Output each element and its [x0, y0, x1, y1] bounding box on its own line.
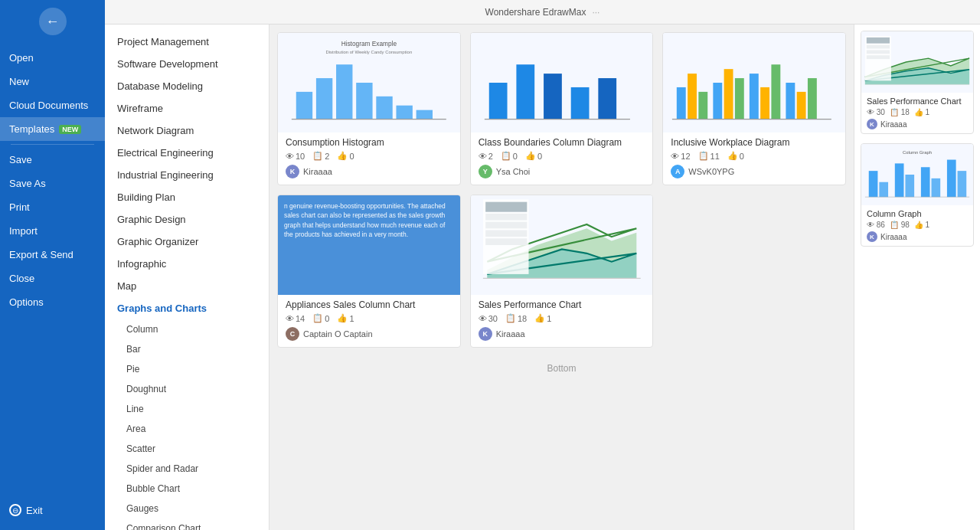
back-button[interactable]: ←	[39, 8, 67, 35]
nav-subitem-pie[interactable]: Pie	[105, 359, 269, 379]
right-card-meta: 👁 86 📋 98 👍 1	[867, 221, 968, 229]
nav-item-electrical-engineering[interactable]: Electrical Engineering	[105, 142, 269, 164]
card-meta: 👁 2 📋 0 👍 0	[479, 151, 645, 161]
svg-rect-48	[867, 55, 890, 59]
author-avatar: K	[286, 165, 299, 178]
sidebar-item-exit[interactable]: ⊖ Exit	[0, 498, 105, 522]
view-count: 👁 2	[479, 152, 493, 161]
svg-rect-24	[772, 64, 781, 119]
sidebar-item-print[interactable]: Print	[0, 195, 105, 219]
right-sales-chart	[861, 31, 973, 93]
sidebar-item-label: Cloud Documents	[9, 100, 88, 111]
svg-rect-55	[931, 178, 940, 197]
card-author: K Kiraaaa	[286, 165, 452, 178]
author-avatar: C	[286, 327, 299, 341]
nav-item-wireframe[interactable]: Wireframe	[105, 97, 269, 119]
app-title: Wondershare EdrawMax	[485, 7, 586, 18]
nav-item-graphs-and-charts[interactable]: Graphs and Charts	[105, 297, 269, 319]
sidebar-item-cloud[interactable]: Cloud Documents	[0, 93, 105, 117]
like-count: 👍 0	[525, 151, 542, 161]
svg-rect-22	[750, 74, 759, 119]
right-card-column-graph[interactable]: Column Graph Column Graph 👁 86 📋 98 👍 1 …	[861, 143, 974, 247]
sidebar-item-label: Close	[9, 273, 34, 284]
nav-item-software-development[interactable]: Software Development	[105, 53, 269, 75]
nav-item-graphic-design[interactable]: Graphic Design	[105, 208, 269, 231]
sidebar-item-options[interactable]: Options	[0, 290, 105, 314]
topbar: Wondershare EdrawMax ···	[105, 0, 980, 25]
right-card-sales-performance[interactable]: Sales Performance Chart 👁 30 📋 18 👍 1 K …	[861, 31, 974, 134]
nav-item-infographic[interactable]: Infographic	[105, 253, 269, 275]
exit-label: Exit	[26, 505, 43, 516]
svg-rect-10	[488, 83, 507, 119]
card-thumbnail	[471, 195, 653, 295]
nav-subitem-column[interactable]: Column	[105, 319, 269, 339]
copy-count: 📋 18	[890, 108, 910, 116]
svg-rect-11	[516, 64, 534, 119]
nav-subitem-bar[interactable]: Bar	[105, 339, 269, 359]
card-meta: 👁 10 📋 2 👍 0	[286, 151, 452, 161]
svg-rect-25	[786, 83, 795, 119]
right-card-meta: 👁 30 📋 18 👍 1	[867, 108, 968, 116]
svg-rect-27	[808, 78, 817, 119]
class-chart	[471, 33, 653, 132]
nav-subitem-bubble-chart[interactable]: Bubble Chart	[105, 479, 269, 499]
template-card-class-boundaries[interactable]: Class Boundaries Column Diagram 👁 2 📋 0 …	[470, 32, 654, 185]
card-thumbnail	[471, 33, 653, 132]
nav-subitem-doughnut[interactable]: Doughnut	[105, 379, 269, 399]
card-author: K Kiraaaa	[479, 327, 645, 341]
svg-rect-5	[356, 83, 372, 119]
svg-rect-53	[905, 175, 914, 197]
template-card-appliances-sales[interactable]: n genuine revenue-boosting opportunities…	[277, 195, 461, 348]
card-title: Inclusive Workplace Diagram	[671, 137, 838, 148]
sidebar-item-label: Export & Send	[9, 249, 74, 260]
card-meta: 👁 12 📋 11 👍 0	[671, 151, 838, 161]
author-avatar: Y	[479, 165, 492, 178]
nav-item-database-modeling[interactable]: Database Modeling	[105, 75, 269, 97]
right-card-thumbnail: Column Graph	[861, 144, 973, 205]
template-card-sales-performance[interactable]: Sales Performance Chart 👁 30 📋 18 👍 1 K …	[470, 195, 654, 348]
nav-subitem-spider-and-radar[interactable]: Spider and Radar	[105, 459, 269, 479]
svg-text:Distribution of Weekly Candy C: Distribution of Weekly Candy Consumption	[325, 50, 412, 54]
sidebar-divider	[11, 144, 95, 145]
nav-subitem-comparison-chart[interactable]: Comparison Chart	[105, 519, 269, 530]
svg-rect-7	[396, 106, 412, 119]
svg-rect-20	[724, 69, 733, 119]
sidebar-item-templates[interactable]: Templates NEW	[0, 117, 105, 141]
nav-subitem-area[interactable]: Area	[105, 419, 269, 439]
svg-rect-17	[688, 74, 697, 119]
card-thumbnail: Histogram Example Distribution of Weekly…	[278, 33, 460, 132]
nav-subitem-scatter[interactable]: Scatter	[105, 439, 269, 459]
template-card-inclusive-workplace[interactable]: Inclusive Workplace Diagram 👁 12 📋 11 👍 …	[662, 32, 846, 185]
right-card-author: K Kiraaaa	[867, 231, 968, 242]
svg-rect-23	[760, 87, 769, 119]
nav-item-project-management[interactable]: Project Management	[105, 31, 269, 53]
svg-rect-4	[336, 64, 352, 119]
sidebar-item-save[interactable]: Save	[0, 148, 105, 172]
nav-subitem-gauges[interactable]: Gauges	[105, 499, 269, 519]
author-avatar: K	[867, 119, 877, 129]
sidebar-item-label: Open	[9, 52, 34, 64]
template-card-consumption-histogram[interactable]: Histogram Example Distribution of Weekly…	[277, 32, 461, 185]
sidebar-item-save-as[interactable]: Save As	[0, 172, 105, 195]
nav-item-graphic-organizer[interactable]: Graphic Organizer	[105, 231, 269, 253]
sidebar-item-close[interactable]: Close	[0, 267, 105, 290]
view-count: 👁 30	[867, 108, 885, 116]
sidebar-item-export[interactable]: Export & Send	[0, 243, 105, 267]
svg-text:Histogram Example: Histogram Example	[341, 40, 397, 47]
nav-item-building-plan[interactable]: Building Plan	[105, 186, 269, 208]
nav-item-network-diagram[interactable]: Network Diagram	[105, 119, 269, 142]
card-meta: 👁 30 📋 18 👍 1	[479, 313, 645, 323]
sidebar-item-new[interactable]: New	[0, 70, 105, 93]
grid-area: Histogram Example Distribution of Weekly…	[270, 25, 854, 530]
copy-count: 📋 0	[501, 151, 518, 161]
card-info: Inclusive Workplace Diagram 👁 12 📋 11 👍 …	[663, 132, 845, 185]
sidebar-item-open[interactable]: Open	[0, 46, 105, 70]
nav-subitem-line[interactable]: Line	[105, 399, 269, 419]
nav-item-map[interactable]: Map	[105, 275, 269, 297]
svg-rect-36	[485, 222, 527, 229]
sidebar-item-import[interactable]: Import	[0, 219, 105, 243]
nav-item-industrial-engineering[interactable]: Industrial Engineering	[105, 164, 269, 186]
author-name: Kiraaaa	[496, 329, 525, 339]
like-count: 👍 1	[337, 313, 354, 323]
svg-rect-6	[376, 97, 392, 119]
